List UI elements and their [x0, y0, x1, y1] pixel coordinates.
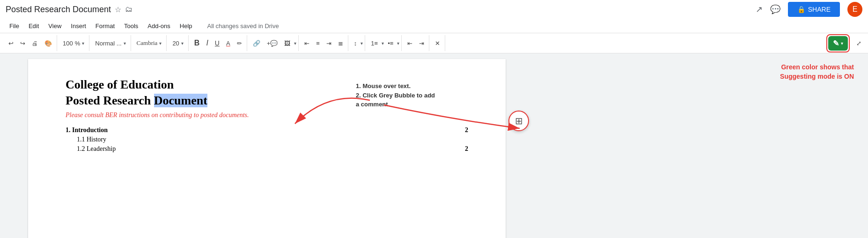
italic-button[interactable]: I: [203, 37, 211, 49]
menu-addons[interactable]: Add-ons: [144, 21, 174, 31]
highlight-button[interactable]: ✏: [234, 38, 245, 49]
menu-bar: File Edit View Insert Format Tools Add-o…: [0, 19, 868, 33]
menu-edit[interactable]: Edit: [25, 21, 43, 31]
trend-icon-button[interactable]: ↗: [756, 4, 763, 15]
align-left-button[interactable]: ⇤: [302, 38, 312, 49]
toc-page-1: 2: [465, 126, 468, 134]
toc-label-1: 1. Introduction: [66, 126, 108, 134]
toc-label-3: 1.2 Leadership: [66, 145, 116, 153]
add-comment-bubble[interactable]: ⊞: [508, 111, 529, 131]
link-button[interactable]: 🔗: [250, 38, 263, 49]
add-comment-icon: ⊞: [515, 115, 523, 126]
comment-icon-button[interactable]: 💬: [770, 4, 780, 15]
toolbar-group-insert: 🔗 +💬 🖼 ▾: [248, 35, 299, 51]
zoom-caret: ▾: [82, 41, 84, 46]
right-annotation: Green color shows that Suggesting mode i…: [780, 63, 854, 90]
image-caret: ▾: [294, 41, 296, 46]
star-icon[interactable]: ☆: [115, 5, 121, 14]
style-label: Normal ...: [95, 40, 121, 47]
menu-view[interactable]: View: [44, 21, 65, 31]
comment-button[interactable]: +💬: [264, 38, 281, 49]
toolbar-right: ✎ ▾ ⤢: [826, 34, 864, 52]
toolbar: ↩ ↪ 🖨 🎨 100 % ▾ Normal ... ▾ Cambria ▾ 2…: [0, 33, 868, 53]
clear-formatting-button[interactable]: ✕: [432, 38, 443, 49]
toolbar-group-clear: ✕: [430, 35, 445, 51]
style-dropdown[interactable]: Normal ... ▾: [92, 38, 128, 49]
right-text-1: Green color shows that: [781, 63, 854, 71]
fontsize-caret: ▾: [181, 41, 184, 46]
toolbar-group-lists: 1≡ ▾ •≡ ▾: [366, 35, 402, 51]
toolbar-group-zoom: 100 % ▾: [58, 35, 89, 51]
suggest-mode-caret: ▾: [841, 41, 843, 46]
title-bar: Posted Research Document ☆ 🗂 ↗ 💬 🔒 SHARE…: [0, 0, 868, 19]
suggest-mode-icon: ✎: [833, 39, 839, 48]
user-initial: E: [853, 5, 858, 14]
toc-page-3: 2: [465, 145, 468, 153]
zoom-dropdown[interactable]: 100 % ▾: [60, 38, 87, 49]
print-button[interactable]: 🖨: [29, 38, 41, 49]
expand-button[interactable]: ⤢: [853, 38, 864, 49]
heading2-highlight: Document: [154, 94, 207, 107]
toolbar-group-align: ⇤ ≡ ⇥ ≣: [300, 35, 348, 51]
menu-insert[interactable]: Insert: [67, 21, 90, 31]
zoom-percent-sign: %: [75, 40, 81, 47]
spacing-caret: ▾: [360, 41, 363, 46]
toolbar-group-indent: ⇤ ⇥: [403, 35, 429, 51]
saved-status: All changes saved in Drive: [207, 22, 279, 30]
toolbar-group-fontsize: 20 ▾: [168, 35, 188, 51]
toc-entry-3: 1.2 Leadership 2: [66, 145, 468, 153]
bold-button[interactable]: B: [191, 37, 203, 49]
paint-format-button[interactable]: 🎨: [42, 38, 55, 49]
toolbar-group-history: ↩ ↪ 🖨 🎨: [4, 35, 57, 51]
heading2-pre: Posted Research: [66, 94, 154, 107]
numbered-list-button[interactable]: 1≡: [368, 38, 381, 49]
toc-entry-2: 1.1 History: [66, 136, 468, 143]
menu-format[interactable]: Format: [92, 21, 118, 31]
font-label: Cambria: [137, 39, 158, 47]
share-label: SHARE: [808, 6, 831, 13]
callout-arrow-svg: [281, 86, 375, 133]
title-right-controls: ↗ 💬 🔒 SHARE E: [756, 2, 862, 17]
toolbar-group-style: Normal ... ▾: [90, 35, 131, 51]
fontsize-value: 20: [172, 40, 179, 47]
suggest-mode-wrapper: ✎ ▾: [826, 34, 850, 52]
font-caret: ▾: [159, 41, 162, 46]
style-caret: ▾: [124, 41, 126, 46]
align-right-button[interactable]: ⇥: [324, 38, 334, 49]
align-center-button[interactable]: ≡: [313, 38, 323, 49]
right-text-2: Suggesting mode is ON: [780, 73, 854, 80]
menu-file[interactable]: File: [6, 21, 23, 31]
content-area: College of Education Posted Research Doc…: [0, 53, 868, 238]
user-avatar[interactable]: E: [847, 2, 862, 17]
decrease-indent-button[interactable]: ⇤: [405, 38, 415, 49]
list-caret2: ▾: [397, 41, 399, 46]
folder-icon[interactable]: 🗂: [125, 5, 132, 14]
zoom-value: 100: [63, 40, 73, 47]
document-title: Posted Research Document: [6, 5, 111, 15]
callout-annotation: 1. Mouse over text. 2. Click Grey Bubble…: [356, 82, 435, 109]
image-button[interactable]: 🖼: [281, 38, 293, 49]
suggest-mode-button[interactable]: ✎ ▾: [828, 36, 848, 51]
font-color-button[interactable]: A: [223, 38, 233, 49]
bullet-list-button[interactable]: •≡: [385, 38, 396, 49]
toolbar-group-spacing: ↕ ▾: [349, 35, 366, 51]
increase-indent-button[interactable]: ⇥: [416, 38, 427, 49]
lock-icon: 🔒: [797, 6, 805, 13]
doc-subtitle: Please consult BER instructions on contr…: [66, 112, 468, 119]
undo-button[interactable]: ↩: [6, 38, 16, 49]
font-dropdown[interactable]: Cambria ▾: [134, 37, 165, 49]
menu-tools[interactable]: Tools: [120, 21, 142, 31]
toc-entry-1: 1. Introduction 2: [66, 126, 468, 134]
line-spacing-button[interactable]: ↕: [351, 38, 360, 49]
toolbar-group-font: Cambria ▾: [132, 35, 167, 51]
align-justify-button[interactable]: ≣: [335, 38, 346, 49]
list-caret1: ▾: [382, 41, 384, 46]
right-annotation-text: Green color shows that Suggesting mode i…: [780, 63, 854, 81]
toc-label-2: 1.1 History: [66, 136, 106, 143]
menu-help[interactable]: Help: [176, 21, 196, 31]
fontsize-dropdown[interactable]: 20 ▾: [169, 38, 186, 49]
share-button[interactable]: 🔒 SHARE: [788, 2, 840, 17]
underline-button[interactable]: U: [212, 37, 222, 49]
redo-button[interactable]: ↪: [17, 38, 28, 49]
title-icons: ☆ 🗂: [115, 5, 132, 14]
